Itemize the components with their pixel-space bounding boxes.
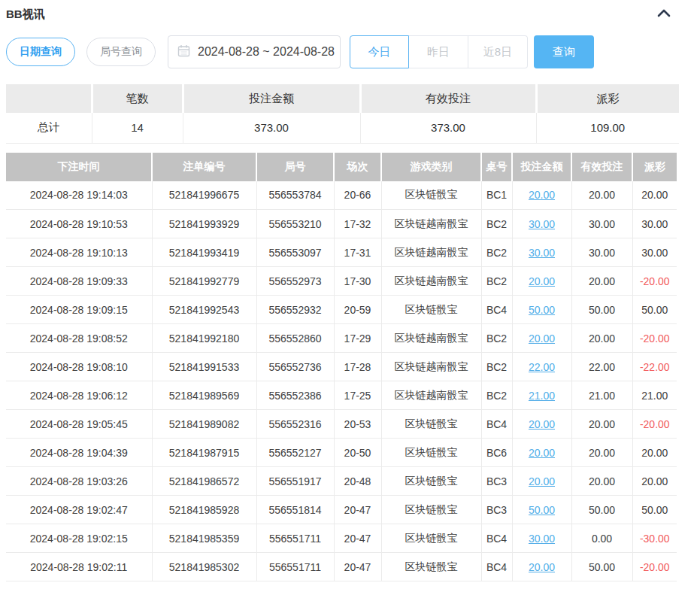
cell-bet-amount: 20.00	[512, 439, 571, 467]
cell-bet-amount: 21.00	[512, 381, 571, 410]
cell-payout: -20.00	[632, 324, 677, 353]
search-button[interactable]: 查询	[534, 35, 594, 68]
cell-bet-time: 2024-08-28 19:10:53	[6, 210, 152, 238]
cell-round-no: 556551814	[256, 496, 334, 524]
cell-valid-bet: 30.00	[571, 238, 632, 267]
summary-total-valid-bet: 373.00	[360, 113, 536, 143]
cell-valid-bet: 30.00	[571, 210, 632, 238]
cell-bet-amount: 20.00	[512, 181, 571, 210]
cell-session: 20-66	[334, 181, 381, 210]
cell-payout: 20.00	[632, 467, 677, 496]
bet-amount-link[interactable]: 20.00	[529, 418, 555, 430]
col-header-payout: 派彩	[632, 153, 677, 181]
summary-total-payout: 109.00	[536, 113, 679, 143]
cell-valid-bet: 0.00	[571, 524, 632, 553]
date-range-input[interactable]: 2024-08-28 ~ 2024-08-28	[168, 35, 341, 68]
round-query-tab[interactable]: 局号查询	[86, 38, 156, 66]
cell-bet-amount: 20.00	[512, 467, 571, 496]
cell-bet-amount: 20.00	[512, 267, 571, 296]
col-header-order-no: 注单编号	[152, 153, 256, 181]
cell-payout: 30.00	[632, 210, 677, 238]
bet-amount-link[interactable]: 50.00	[529, 504, 555, 516]
cell-bet-amount: 30.00	[512, 210, 571, 238]
cell-session: 17-31	[334, 238, 381, 267]
cell-bet-time: 2024-08-28 19:02:15	[6, 524, 152, 553]
cell-bet-time: 2024-08-28 19:14:03	[6, 181, 152, 210]
collapse-button[interactable]	[655, 6, 673, 22]
cell-order-no: 521841993929	[152, 210, 256, 238]
cell-session: 20-48	[334, 467, 381, 496]
col-header-table-no: 桌号	[481, 153, 512, 181]
last-8-days-button[interactable]: 近8日	[468, 35, 528, 68]
cell-game-type: 区块链越南骰宝	[381, 238, 481, 267]
cell-order-no: 521841992543	[152, 296, 256, 324]
cell-game-type: 区块链骰宝	[381, 410, 481, 439]
cell-game-type: 区块链骰宝	[381, 296, 481, 324]
cell-table-no: BC2	[481, 210, 512, 238]
bet-row: 2024-08-28 19:14:03 521841996675 5565537…	[6, 181, 677, 210]
cell-order-no: 521841987915	[152, 439, 256, 467]
summary-header-row: 笔数 投注金额 有效投注 派彩	[6, 84, 679, 113]
cell-payout: 20.00	[632, 439, 677, 467]
calendar-icon	[177, 44, 190, 60]
cell-table-no: BC4	[481, 553, 512, 581]
cell-table-no: BC1	[481, 181, 512, 210]
quick-range-group: 今日 昨日 近8日	[350, 35, 528, 68]
cell-table-no: BC2	[481, 238, 512, 267]
bet-row: 2024-08-28 19:06:12 521841989569 5565523…	[6, 381, 677, 410]
yesterday-button[interactable]: 昨日	[409, 35, 468, 68]
cell-order-no: 521841993419	[152, 238, 256, 267]
cell-game-type: 区块链骰宝	[381, 496, 481, 524]
cell-round-no: 556552973	[256, 267, 334, 296]
bet-amount-link[interactable]: 20.00	[529, 332, 555, 345]
cell-valid-bet: 21.00	[571, 381, 632, 410]
bet-amount-link[interactable]: 50.00	[529, 304, 555, 316]
bet-amount-link[interactable]: 30.00	[529, 218, 555, 230]
bet-amount-link[interactable]: 30.00	[529, 247, 555, 259]
cell-order-no: 521841992180	[152, 324, 256, 353]
col-header-round-no: 局号	[256, 153, 334, 181]
summary-table: 笔数 投注金额 有效投注 派彩 总计 14 373.00 373.00 109.…	[6, 84, 679, 144]
cell-bet-time: 2024-08-28 19:03:26	[6, 467, 152, 496]
today-button[interactable]: 今日	[350, 35, 409, 68]
bet-table-header-row: 下注时间 注单编号 局号 场次 游戏类别 桌号 投注金额 有效投注 派彩	[6, 153, 677, 181]
cell-valid-bet: 20.00	[571, 267, 632, 296]
cell-payout: -30.00	[632, 524, 677, 553]
cell-game-type: 区块链越南骰宝	[381, 324, 481, 353]
cell-round-no: 556552736	[256, 353, 334, 381]
cell-payout: -22.00	[632, 353, 677, 381]
bet-row: 2024-08-28 19:03:26 521841986572 5565519…	[6, 467, 677, 496]
cell-valid-bet: 50.00	[571, 553, 632, 581]
summary-col-payout: 派彩	[536, 84, 679, 113]
bet-amount-link[interactable]: 20.00	[529, 561, 555, 573]
date-query-tab[interactable]: 日期查询	[6, 38, 75, 66]
bet-amount-link[interactable]: 30.00	[529, 533, 555, 545]
cell-table-no: BC2	[481, 353, 512, 381]
cell-order-no: 521841989082	[152, 410, 256, 439]
bet-amount-link[interactable]: 20.00	[529, 275, 555, 287]
date-range-value: 2024-08-28 ~ 2024-08-28	[198, 45, 335, 59]
cell-payout: 50.00	[632, 296, 677, 324]
summary-col-empty	[6, 84, 92, 113]
cell-table-no: BC3	[481, 496, 512, 524]
bet-amount-link[interactable]: 22.00	[529, 361, 555, 373]
cell-table-no: BC6	[481, 439, 512, 467]
bet-amount-link[interactable]: 20.00	[529, 475, 555, 487]
bet-amount-link[interactable]: 21.00	[529, 390, 555, 402]
bet-amount-link[interactable]: 20.00	[529, 189, 555, 201]
cell-order-no: 521841996675	[152, 181, 256, 210]
cell-session: 20-53	[334, 410, 381, 439]
cell-bet-time: 2024-08-28 19:09:15	[6, 296, 152, 324]
cell-game-type: 区块链骰宝	[381, 553, 481, 581]
summary-total-row: 总计 14 373.00 373.00 109.00	[6, 113, 679, 143]
cell-payout: 21.00	[632, 381, 677, 410]
bet-row: 2024-08-28 19:09:33 521841992779 5565529…	[6, 267, 677, 296]
cell-table-no: BC2	[481, 324, 512, 353]
bet-row: 2024-08-28 19:02:11 521841985302 5565517…	[6, 553, 677, 581]
cell-table-no: BC4	[481, 296, 512, 324]
bet-amount-link[interactable]: 20.00	[529, 447, 555, 459]
cell-bet-amount: 20.00	[512, 324, 571, 353]
cell-order-no: 521841992779	[152, 267, 256, 296]
cell-session: 20-47	[334, 524, 381, 553]
cell-bet-time: 2024-08-28 19:09:33	[6, 267, 152, 296]
